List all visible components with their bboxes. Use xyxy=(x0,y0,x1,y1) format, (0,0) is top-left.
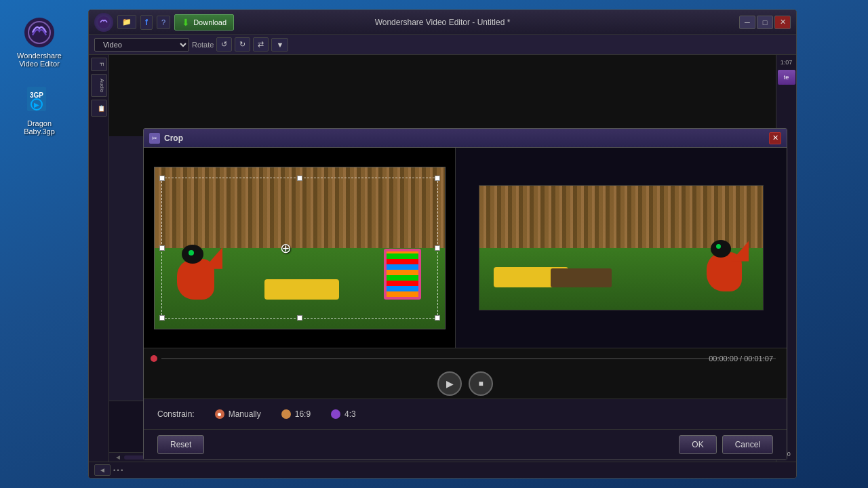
toolbar-row: Video Audio Text Rotate ↺ ↻ ⇄ ▼ xyxy=(89,35,796,55)
help-icon: ? xyxy=(161,18,165,26)
sidebar-tab-audio[interactable]: Audio xyxy=(91,74,107,97)
constrain-label: Constrain: xyxy=(157,409,195,419)
minimize-icon: ─ xyxy=(745,18,750,26)
ratio-4-3-label: 4:3 xyxy=(344,409,356,419)
wondershare-icon-label: Wondershare xyxy=(17,52,62,60)
crop-bottom-buttons: Reset OK Cancel xyxy=(144,429,787,460)
close-icon: ✕ xyxy=(780,18,786,26)
play-button[interactable]: ▶ xyxy=(437,371,462,396)
rotate-left-button[interactable]: ↺ xyxy=(216,37,232,52)
crop-handle-bm[interactable] xyxy=(297,315,302,321)
constrain-4-3[interactable]: 4:3 xyxy=(331,409,356,419)
ratio-16-9-label: 16:9 xyxy=(295,409,311,419)
bottom-bar-dots: • • • xyxy=(113,467,123,474)
dragon-icon-label: Dragon xyxy=(27,119,52,127)
flip-button[interactable]: ⇄ xyxy=(253,37,269,52)
crop-dialog-title: Crop xyxy=(164,134,183,143)
main-content: F Audio 📋 ✂ Crop ✕ xyxy=(89,55,796,462)
ratio-16-9-radio[interactable] xyxy=(281,409,291,419)
ratio-4-3-radio[interactable] xyxy=(331,409,340,419)
rotate-right-button[interactable]: ↻ xyxy=(235,37,250,52)
crop-title-icon: ✂ xyxy=(149,133,160,144)
play-icon: ▶ xyxy=(446,378,454,389)
manually-radio[interactable] xyxy=(215,409,224,419)
window-controls: ─ □ ✕ xyxy=(739,16,791,29)
dragon-icon-label2: Baby.3gp xyxy=(24,127,55,136)
crop-panels: ⊕ xyxy=(144,148,787,348)
crop-handle-bl[interactable] xyxy=(159,315,165,321)
crop-preview-video xyxy=(479,185,764,310)
svg-text:3GP: 3GP xyxy=(30,92,43,99)
crop-close-button[interactable]: ✕ xyxy=(769,132,781,144)
crop-title-bar: ✂ Crop ✕ xyxy=(144,129,787,148)
facebook-icon: f xyxy=(145,18,148,27)
sidebar-tab-media[interactable]: 📋 xyxy=(91,100,107,117)
crop-preview-panel xyxy=(456,148,787,348)
sidebar-tab-filter[interactable]: F xyxy=(91,58,107,71)
svg-text:▶: ▶ xyxy=(34,101,39,108)
constrain-16-9[interactable]: 16:9 xyxy=(281,409,311,419)
download-arrow-icon: ⬇ xyxy=(182,17,190,28)
ok-button[interactable]: OK xyxy=(679,435,716,454)
download-label: Download xyxy=(193,18,226,26)
scrubber-track[interactable] xyxy=(161,358,776,359)
desktop: Wondershare Video Editor 3GP ▶ Dragon Ba… xyxy=(0,0,868,488)
move-cursor-icon: ⊕ xyxy=(280,240,292,256)
reset-button[interactable]: Reset xyxy=(157,435,204,454)
time-display: 00:00:00 / 00:01:07 xyxy=(709,354,773,363)
crop-handle-mr[interactable] xyxy=(435,245,440,251)
more-button[interactable]: ▼ xyxy=(271,38,288,52)
close-button[interactable]: ✕ xyxy=(774,16,791,29)
crop-handle-tm[interactable] xyxy=(297,176,302,181)
minimize-button[interactable]: ─ xyxy=(739,16,755,29)
scrubber-position[interactable] xyxy=(151,355,157,362)
wondershare-icon-label2: Video Editor xyxy=(19,60,60,68)
desktop-icon-dragon[interactable]: 3GP ▶ Dragon Baby.3gp xyxy=(12,81,66,138)
desktop-icon-wondershare[interactable]: Wondershare Video Editor xyxy=(12,14,66,70)
rotate-label: Rotate xyxy=(192,41,214,49)
maximize-icon: □ xyxy=(763,18,768,26)
video-type-select[interactable]: Video Audio Text xyxy=(94,38,189,52)
wondershare-icon xyxy=(23,16,56,49)
editor-area: ✂ Crop ✕ xyxy=(109,55,776,462)
dragon-file-icon: 3GP ▶ xyxy=(23,84,56,117)
facebook-button[interactable]: f xyxy=(140,15,153,30)
stop-icon: ■ xyxy=(478,379,483,388)
maximize-button[interactable]: □ xyxy=(757,16,773,29)
title-bar-left: 📁 f ? ⬇ Download xyxy=(94,13,234,32)
constrain-manually[interactable]: Manually xyxy=(215,409,261,419)
file-button[interactable]: 📁 xyxy=(117,15,136,29)
prev-frame-button[interactable]: ◄ xyxy=(94,464,111,476)
create-button[interactable]: te xyxy=(778,70,795,85)
right-panel-time-107: 1:07 xyxy=(779,58,794,67)
left-sidebar: F Audio 📋 xyxy=(89,55,109,462)
crop-handle-ml[interactable] xyxy=(159,245,165,251)
file-icon: 📁 xyxy=(122,18,132,26)
scrubber-bar: 00:00:00 / 00:01:07 xyxy=(144,348,787,368)
crop-overlay[interactable]: ⊕ xyxy=(161,178,438,319)
app-title: Wondershare Video Editor - Untitled * xyxy=(375,18,511,27)
crop-handle-br[interactable] xyxy=(435,315,440,321)
crop-dialog: ✂ Crop ✕ xyxy=(143,128,787,460)
title-bar: 📁 f ? ⬇ Download Wondershare Video Edito… xyxy=(89,10,796,35)
stop-button[interactable]: ■ xyxy=(469,371,493,396)
crop-source-panel: ⊕ xyxy=(144,148,456,348)
constrain-row: Constrain: Manually 16:9 xyxy=(144,399,787,429)
preview-area xyxy=(109,55,776,136)
cancel-button[interactable]: Cancel xyxy=(722,435,773,454)
app-logo xyxy=(94,13,113,32)
download-button[interactable]: ⬇ Download xyxy=(174,14,234,30)
help-button[interactable]: ? xyxy=(157,16,170,29)
manually-label: Manually xyxy=(229,409,261,419)
crop-handle-tl[interactable] xyxy=(159,176,165,181)
svg-point-6 xyxy=(98,16,110,28)
crop-handle-tr[interactable] xyxy=(435,176,440,181)
crop-source-video: ⊕ xyxy=(154,167,446,329)
app-window: 📁 f ? ⬇ Download Wondershare Video Edito… xyxy=(88,9,797,479)
app-bottom-bar: ◄ • • • xyxy=(89,462,796,478)
scroll-left-button[interactable]: ◄ xyxy=(112,453,124,461)
playback-controls: ▶ ■ xyxy=(144,368,787,399)
